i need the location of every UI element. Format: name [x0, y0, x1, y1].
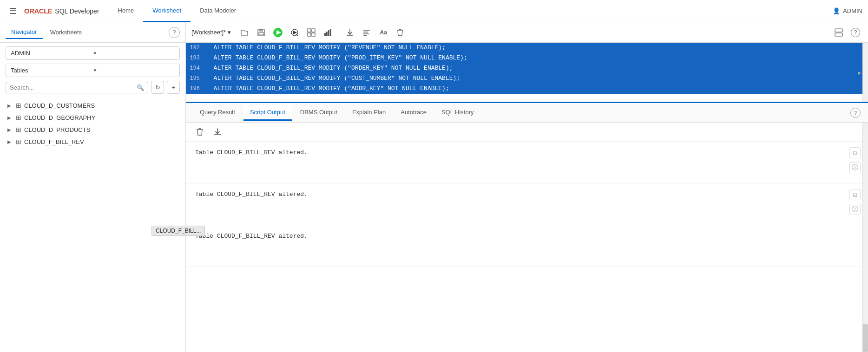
table-icon: ⊞ — [16, 138, 21, 145]
sql-line-196: 196 ALTER TABLE CLOUD_F_BILL_REV MODIFY … — [186, 84, 868, 94]
user-icon: 👤 — [833, 7, 840, 14]
left-tabs: Navigator Worksheets ? — [0, 22, 185, 43]
search-icon: 🔍 — [137, 84, 144, 91]
svg-rect-21 — [835, 29, 842, 32]
add-object-button[interactable]: + — [167, 81, 180, 94]
sql-line-193: 193 ALTER TABLE CLOUD_F_BILL_REV MODIFY … — [186, 53, 868, 63]
run-script-button[interactable] — [288, 26, 302, 39]
main-layout: Navigator Worksheets ? ADMIN ▼ Tables ▼ … — [0, 22, 868, 352]
split-view-button[interactable] — [832, 26, 846, 39]
search-input-wrap[interactable]: 🔍 — [6, 82, 148, 93]
tree-item-cloud-d-products[interactable]: ▶ ⊞ CLOUD_D_PRODUCTS — [0, 124, 185, 136]
user-menu[interactable]: 👤 ADMIN — [833, 7, 862, 14]
output-toolbar — [186, 123, 868, 142]
output-text-1: Table CLOUD_F_BILL_REV altered. — [195, 149, 308, 156]
tab-query-result[interactable]: Query Result — [193, 105, 242, 121]
left-controls: ADMIN ▼ Tables ▼ 🔍 ↻ + — [0, 43, 185, 98]
tree-item-cloud-d-geography[interactable]: ▶ ⊞ CLOUD_D_GEOGRAPHY — [0, 111, 185, 124]
bottom-tabs: Query Result Script Output DBMS Output E… — [186, 103, 868, 123]
right-panel: [Worksheet]* ▾ — [186, 22, 868, 352]
search-row: 🔍 ↻ + — [6, 81, 180, 94]
svg-rect-8 — [308, 29, 311, 32]
script-output[interactable]: Table CLOUD_F_BILL_REV altered. ⧉ ⓘ Tabl… — [186, 123, 868, 352]
object-type-dropdown[interactable]: Tables ▼ — [6, 64, 180, 77]
output-block-3: Table CLOUD_F_BILL_REV altered. — [186, 225, 868, 267]
output-delete-button[interactable] — [193, 125, 206, 138]
svg-rect-10 — [308, 33, 311, 36]
user-label: ADMIN — [843, 7, 862, 14]
sqldeveloper-label: SQL Developer — [55, 7, 99, 15]
tab-script-output[interactable]: Script Output — [243, 105, 292, 121]
svg-rect-14 — [328, 30, 329, 36]
tab-sql-history[interactable]: SQL History — [435, 105, 480, 121]
output-scrollbar-thumb[interactable] — [862, 324, 868, 352]
tab-navigator[interactable]: Navigator — [6, 26, 43, 39]
tree-item-cloud-d-customers[interactable]: ▶ ⊞ CLOUD_D_CUSTOMERS — [0, 99, 185, 111]
sql-line-194: 194 ALTER TABLE CLOUD_F_BILL_REV MODIFY … — [186, 63, 868, 73]
svg-rect-22 — [835, 33, 842, 36]
tree-arrow: ▶ — [7, 127, 13, 132]
info-icon-1[interactable]: ⓘ — [849, 162, 861, 173]
worksheet-dropdown-arrow: ▾ — [228, 29, 231, 36]
tab-home[interactable]: Home — [109, 0, 144, 22]
help-button[interactable]: ? — [848, 26, 862, 39]
svg-rect-11 — [312, 33, 315, 36]
output-block-2-icons: ⧉ ⓘ — [849, 189, 861, 215]
autotrace-button[interactable] — [321, 26, 335, 39]
clear-button[interactable] — [393, 26, 407, 39]
svg-rect-2 — [259, 33, 263, 35]
output-block-1-icons: ⧉ ⓘ — [849, 147, 861, 173]
toolbar-separator — [339, 28, 339, 37]
worksheet-title[interactable]: [Worksheet]* ▾ — [191, 29, 231, 36]
sql-line-192: 192 ALTER TABLE CLOUD_F_BILL_REV MODIFY … — [186, 43, 868, 53]
tab-dbms-output[interactable]: DBMS Output — [294, 105, 344, 121]
tree-arrow: ▶ — [7, 115, 13, 120]
tab-worksheets[interactable]: Worksheets — [45, 26, 87, 39]
oracle-label: ORACLE — [24, 7, 52, 15]
table-icon: ⊞ — [16, 126, 21, 133]
svg-rect-1 — [259, 29, 263, 32]
font-label: Aa — [380, 29, 387, 36]
search-input[interactable] — [10, 84, 137, 91]
copy-icon-2[interactable]: ⧉ — [849, 189, 861, 200]
font-button[interactable]: Aa — [376, 26, 390, 39]
editor-scrollbar[interactable] — [862, 43, 868, 102]
nav-tabs: Home Worksheet Data Modeler — [109, 0, 833, 22]
table-icon: ⊞ — [16, 102, 21, 109]
save-button[interactable] — [254, 26, 268, 39]
download-button[interactable] — [343, 26, 357, 39]
svg-rect-12 — [324, 33, 326, 36]
schema-dropdown-arrow: ▼ — [93, 51, 175, 56]
tree-arrow: ▶ — [7, 139, 13, 144]
worksheet-toolbar: [Worksheet]* ▾ — [186, 22, 868, 43]
run-button[interactable] — [271, 26, 285, 39]
format-button[interactable] — [360, 26, 374, 39]
output-text-2: Table CLOUD_F_BILL_REV altered. — [195, 191, 308, 198]
open-button[interactable] — [237, 26, 251, 39]
editor-collapse[interactable]: ▶ — [858, 70, 861, 75]
menu-icon[interactable]: ☰ — [6, 4, 20, 19]
tab-explain-plan[interactable]: Explain Plan — [346, 105, 392, 121]
bottom-help-icon[interactable]: ? — [850, 108, 861, 118]
copy-icon-1[interactable]: ⧉ — [849, 147, 861, 158]
help-icon: ? — [851, 28, 860, 37]
tab-worksheet[interactable]: Worksheet — [143, 0, 191, 22]
output-text-3: Table CLOUD_F_BILL_REV altered. — [195, 233, 308, 240]
explain-button[interactable] — [304, 26, 318, 39]
sql-line-195: 195 ALTER TABLE CLOUD_F_BILL_REV MODIFY … — [186, 73, 868, 84]
tree-container: ▶ ⊞ CLOUD_D_CUSTOMERS ▶ ⊞ CLOUD_D_GEOGRA… — [0, 98, 185, 352]
sql-editor[interactable]: 192 ALTER TABLE CLOUD_F_BILL_REV MODIFY … — [186, 43, 868, 103]
tree-arrow: ▶ — [7, 103, 13, 108]
refresh-button[interactable]: ↻ — [151, 81, 164, 94]
worksheet-title-label: [Worksheet]* — [191, 29, 226, 36]
output-download-button[interactable] — [211, 125, 224, 138]
tree-item-cloud-f-bill-rev[interactable]: ▶ ⊞ CLOUD_F_BILL_REV — [0, 136, 185, 148]
sql-lines: 192 ALTER TABLE CLOUD_F_BILL_REV MODIFY … — [186, 43, 868, 94]
info-icon-2[interactable]: ⓘ — [849, 204, 861, 215]
tab-data-modeler[interactable]: Data Modeler — [191, 0, 245, 22]
navbar: ☰ ORACLE SQL Developer Home Worksheet Da… — [0, 0, 868, 22]
schema-dropdown[interactable]: ADMIN ▼ — [6, 46, 180, 60]
help-icon[interactable]: ? — [169, 27, 180, 38]
tab-autotrace[interactable]: Autotrace — [394, 105, 433, 121]
output-block-2: Table CLOUD_F_BILL_REV altered. ⧉ ⓘ — [186, 183, 868, 225]
